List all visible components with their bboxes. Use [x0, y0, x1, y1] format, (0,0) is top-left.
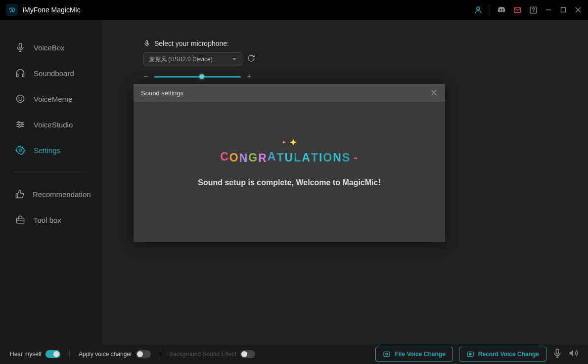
minimize-button[interactable] — [544, 6, 552, 14]
svg-rect-24 — [384, 352, 390, 356]
file-voice-change-button[interactable]: File Voice Change — [375, 347, 452, 362]
sound-settings-modal: Sound settings ✕ CONGRATULATIONS- Sound … — [134, 84, 445, 242]
smile-icon — [15, 93, 26, 104]
refresh-icon[interactable] — [247, 54, 255, 64]
footer-divider — [160, 349, 160, 359]
file-voice-change-label: File Voice Change — [395, 351, 445, 358]
microphone-selected-value: 麦克风 (USB2.0 Device) — [149, 55, 213, 64]
microphone-icon — [15, 42, 26, 53]
footer-speaker-icon[interactable] — [568, 348, 578, 360]
svg-point-12 — [19, 98, 19, 98]
svg-point-17 — [18, 121, 19, 123]
svg-rect-8 — [19, 43, 22, 48]
congratulations-text: CONGRATULATIONS- — [148, 151, 430, 164]
svg-rect-5 — [561, 8, 566, 12]
thumbs-up-icon — [15, 189, 25, 200]
record-voice-change-button[interactable]: Record Voice Change — [459, 347, 546, 362]
file-icon — [383, 350, 391, 358]
svg-point-3 — [533, 11, 534, 12]
modal-close-icon[interactable]: ✕ — [430, 87, 438, 98]
modal-body: CONGRATULATIONS- Sound setup is complete… — [134, 102, 445, 187]
app-logo-icon — [6, 4, 18, 16]
footer-left: Hear myself Apply voice changer Backgrou… — [10, 349, 255, 359]
maximize-button[interactable] — [559, 6, 567, 14]
microphone-select[interactable]: 麦克风 (USB2.0 Device) — [143, 52, 242, 66]
record-icon — [466, 350, 474, 358]
modal-header: Sound settings ✕ — [134, 84, 445, 102]
volume-decrease[interactable]: − — [143, 72, 148, 81]
apply-voice-changer-label: Apply voice changer — [79, 351, 132, 358]
sparkle-icons — [148, 136, 430, 148]
background-sound-group: Background Sound Effect — [169, 350, 255, 358]
toolbox-icon — [15, 214, 26, 225]
svg-point-25 — [386, 353, 388, 355]
sidebar-item-label: Settings — [34, 146, 60, 155]
microphone-section-label: Select your microphone: — [154, 40, 229, 47]
gear-icon — [15, 145, 26, 156]
sidebar-divider — [15, 172, 87, 172]
svg-rect-9 — [17, 74, 18, 77]
chevron-down-icon — [232, 57, 237, 62]
modal-title: Sound settings — [141, 89, 183, 97]
headphones-icon — [15, 68, 26, 79]
svg-rect-21 — [17, 218, 24, 223]
microphone-select-row: 麦克风 (USB2.0 Device) — [143, 52, 546, 66]
apply-voice-changer-toggle[interactable] — [136, 350, 151, 358]
svg-point-18 — [21, 123, 23, 125]
svg-rect-28 — [556, 349, 559, 354]
apply-voice-changer-group: Apply voice changer — [79, 350, 151, 358]
svg-point-27 — [469, 353, 471, 355]
welcome-message: Sound setup is complete, Welcome to Magi… — [148, 178, 430, 187]
volume-slider-thumb[interactable] — [199, 74, 204, 79]
titlebar-right — [474, 5, 582, 15]
sidebar-item-label: Soundboard — [34, 69, 74, 78]
user-icon[interactable] — [474, 5, 483, 14]
window-controls — [544, 6, 582, 14]
hear-myself-label: Hear myself — [10, 351, 42, 358]
hear-myself-toggle[interactable] — [45, 350, 60, 358]
svg-point-22 — [18, 219, 19, 219]
svg-point-13 — [21, 98, 22, 98]
sidebar-item-label: VoiceStudio — [34, 121, 73, 129]
volume-slider[interactable] — [154, 76, 241, 78]
volume-increase[interactable]: + — [247, 72, 252, 81]
sidebar-item-voicebox[interactable]: VoiceBox — [0, 35, 101, 60]
hear-myself-group: Hear myself — [10, 350, 60, 358]
sidebar-item-recommendation[interactable]: Recommendation — [0, 181, 101, 207]
sidebar-item-settings[interactable]: Settings — [0, 137, 101, 163]
close-button[interactable] — [574, 6, 582, 14]
footer-mic-icon[interactable] — [552, 348, 562, 360]
mail-icon[interactable] — [513, 5, 522, 14]
sidebar-item-label: Recommendation — [33, 190, 91, 199]
svg-point-0 — [477, 7, 480, 10]
svg-rect-10 — [22, 74, 24, 77]
discord-icon[interactable] — [497, 5, 506, 14]
app-title: iMyFone MagicMic — [23, 6, 81, 14]
titlebar: iMyFone MagicMic — [0, 0, 588, 20]
sidebar-item-voicestudio[interactable]: VoiceStudio — [0, 112, 101, 137]
microphone-small-icon — [143, 40, 150, 47]
sidebar: VoiceBox Soundboard VoiceMeme VoiceStudi… — [0, 20, 101, 344]
footer-divider — [69, 349, 70, 359]
background-sound-label: Background Sound Effect — [169, 351, 236, 358]
sidebar-item-label: Tool box — [34, 216, 61, 224]
volume-slider-row: − + — [143, 72, 546, 81]
footer: Hear myself Apply voice changer Backgrou… — [0, 344, 588, 364]
background-sound-toggle[interactable] — [240, 350, 255, 358]
svg-point-11 — [17, 95, 24, 103]
sidebar-item-label: VoiceBox — [34, 43, 65, 52]
sidebar-item-voicememe[interactable]: VoiceMeme — [0, 86, 101, 112]
sidebar-item-soundboard[interactable]: Soundboard — [0, 60, 101, 86]
svg-point-20 — [19, 149, 22, 152]
record-voice-change-label: Record Voice Change — [478, 351, 539, 358]
footer-right: File Voice Change Record Voice Change — [375, 347, 578, 362]
titlebar-divider — [490, 5, 490, 15]
help-icon[interactable] — [529, 5, 538, 14]
sliders-icon — [15, 119, 26, 130]
titlebar-left: iMyFone MagicMic — [6, 4, 81, 16]
sidebar-item-toolbox[interactable]: Tool box — [0, 207, 101, 233]
sidebar-item-label: VoiceMeme — [34, 95, 72, 103]
svg-rect-23 — [146, 40, 148, 44]
microphone-label-row: Select your microphone: — [143, 40, 546, 47]
svg-point-19 — [19, 126, 20, 127]
